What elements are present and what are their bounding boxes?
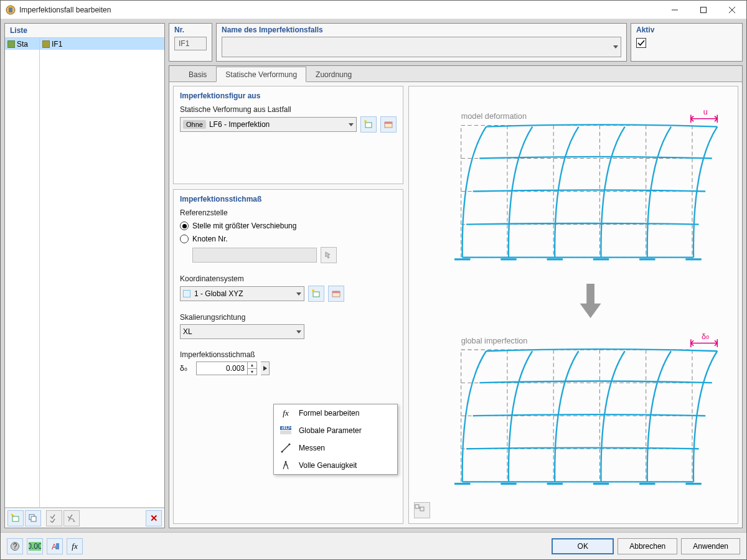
menu-formel-bearbeiten[interactable]: fx Formel bearbeiten [274,404,397,422]
aktiv-checkbox[interactable] [636,38,646,48]
lastfall-new-button[interactable] [360,116,377,133]
units-button[interactable]: 0.00 [27,538,43,554]
window-title: Imperfektionsfall bearbeiten [19,6,660,14]
maximize-button[interactable] [689,1,718,19]
apply-button[interactable]: Anwenden [681,538,740,554]
svg-rect-14 [313,292,319,297]
svg-point-60 [285,461,287,463]
nr-input[interactable] [174,37,207,50]
liste-table[interactable]: Sta IF1 [5,38,164,508]
chevron-down-icon [349,123,354,126]
spinner-buttons[interactable]: ▲▼ [247,362,256,375]
menu-globale-parameter[interactable]: ab= Globale Parameter [274,422,397,439]
deformation-diagram: model deformation u [421,99,725,508]
fx-icon: fx [280,408,291,419]
svg-point-58 [281,451,283,453]
liste-row-if1[interactable]: IF1 [40,38,164,50]
coord-swatch-icon [183,290,190,297]
svg-text:0.00: 0.00 [29,542,41,551]
tab-statische-verformung[interactable]: Statische Verformung [216,67,306,82]
name-select[interactable] [222,37,621,57]
tab-zuordnung[interactable]: Zuordnung [306,67,361,82]
refresh-check-button[interactable] [63,510,80,526]
tab-basis[interactable]: Basis [179,67,216,82]
aktiv-group: Aktiv [631,23,743,62]
close-button[interactable] [718,1,746,19]
svg-rect-53 [420,507,424,511]
preview-panel: model deformation u [408,86,738,524]
svg-point-59 [289,444,291,446]
svg-text:?: ? [13,542,17,551]
section-title: Imperfektionsfigur aus [180,91,397,100]
ab-icon: ab= [280,425,291,436]
nr-label: Nr. [174,26,207,34]
check-all-button[interactable] [46,510,62,526]
delta-more-button[interactable] [261,362,270,375]
radio-groesste-verschiebung[interactable]: Stelle mit größter Verschiebung [180,222,397,230]
delta-symbol: δ₀ [180,364,192,373]
radio-icon [180,222,189,230]
font-button[interactable]: A [47,538,63,554]
preview-bot-label: global imperfection [461,336,528,345]
lastfall-select[interactable]: Ohne LF6 - Imperfektion [180,117,357,132]
svg-rect-6 [12,516,19,521]
ok-button[interactable]: OK [552,538,614,554]
koord-select[interactable]: 1 - Global XYZ [180,286,304,301]
svg-text:ab=: ab= [281,426,291,431]
cancel-button[interactable]: Abbrechen [618,538,677,554]
preview-u-symbol: u [703,107,708,116]
new-item-button[interactable] [7,510,24,526]
section-title: Imperfektionsstichmaß [180,195,397,203]
name-label: Name des Imperfektionsfalls [222,26,621,34]
svg-point-7 [11,513,13,515]
chevron-down-icon [296,292,301,296]
preview-delta-symbol: δ₀ [702,332,709,341]
skalierung-select[interactable]: XL [180,324,304,339]
svg-rect-13 [385,122,392,124]
koord-edit-button[interactable] [328,286,344,302]
chevron-down-icon [296,330,301,334]
liste-panel: Liste Sta IF1 ✕ [4,23,165,528]
svg-point-11 [364,120,367,123]
svg-line-57 [282,444,289,452]
liste-toolbar: ✕ [5,508,164,528]
formula-button[interactable]: fx [67,538,83,554]
tab-container: Basis Statische Verformung Zuordnung Imp… [169,65,743,528]
referenzstelle-label: Referenzstelle [180,208,397,217]
chevron-down-icon [613,45,618,49]
delta-spinner[interactable]: 0.003 ▲▼ [196,362,257,375]
name-group: Name des Imperfektionsfalls [216,23,627,62]
lastfall-edit-button[interactable] [380,116,397,133]
lastfall-value: LF6 - Imperfektion [209,120,270,129]
title-bar: Imperfektionsfall bearbeiten [1,1,746,19]
svg-rect-1 [9,7,12,12]
svg-rect-66 [56,543,59,549]
preview-view-button[interactable] [414,502,430,518]
svg-rect-17 [332,291,340,293]
menu-messen[interactable]: Messen [274,439,397,457]
section-imperfektionsfigur: Imperfektionsfigur aus Statische Verform… [173,86,403,184]
svg-text:A: A [52,543,57,551]
lastfall-label: Statische Verformung aus Lastfall [180,105,397,114]
koord-label: Koordinatensystem [180,274,397,283]
pick-node-button [321,247,337,263]
koord-new-button[interactable] [308,286,324,302]
liste-row-status[interactable]: Sta [5,38,39,50]
nr-group: Nr. [169,23,212,62]
radio-icon [180,235,189,243]
knoten-nr-input [192,248,317,263]
delete-item-button[interactable]: ✕ [146,510,162,526]
tab-strip: Basis Statische Verformung Zuordnung [169,66,742,82]
minimize-button[interactable] [660,1,689,19]
svg-rect-10 [365,123,372,128]
help-button[interactable]: ? [7,538,23,554]
measure-icon [280,442,291,454]
menu-volle-genauigkeit[interactable]: Volle Genauigkeit [274,457,397,474]
copy-item-button[interactable] [25,510,41,526]
aktiv-label: Aktiv [636,26,737,34]
bottom-bar: ? 0.00 A fx OK Abbrechen Anwenden [1,532,746,559]
dialog-window: Imperfektionsfall bearbeiten Liste Sta I… [0,0,747,560]
radio-knoten-nr[interactable]: Knoten Nr. [180,235,397,243]
lastfall-tag: Ohne [183,120,206,129]
liste-header: Liste [5,24,164,38]
